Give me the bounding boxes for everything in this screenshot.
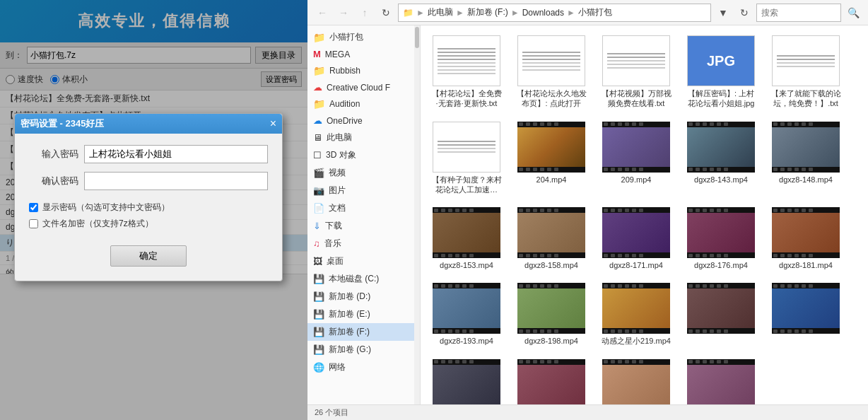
sidebar-item-audition[interactable]: 📁 Audition [307, 95, 420, 112]
sidebar-item-downloads[interactable]: ⇓ 下载 [307, 217, 420, 235]
film-strip [687, 167, 755, 173]
file-item[interactable]: JPG 【解压密码】: 上村花论坛看小姐姐.jpg [682, 33, 760, 112]
file-item[interactable] [428, 356, 505, 404]
file-thumbnail [687, 207, 755, 258]
sidebar-scrollbar[interactable] [414, 25, 420, 404]
sidebar-item-3d[interactable]: ☐ 3D 对象 [307, 146, 420, 164]
sidebar-item-onedrive[interactable]: ☁ OneDrive [307, 112, 420, 129]
sidebar-item-d-drive[interactable]: 💾 新加卷 (D:) [307, 288, 420, 305]
item-count: 26 个项目 [315, 407, 348, 418]
drive-icon: 💾 [313, 309, 324, 320]
sidebar-item-images[interactable]: 📷 图片 [307, 182, 420, 199]
film-strip [687, 122, 755, 127]
sidebar-item-this-pc[interactable]: 🖥 此电脑 [307, 129, 420, 146]
refresh-button[interactable]: ↻ [377, 4, 395, 22]
sidebar-item-mega[interactable]: M MEGA [307, 46, 420, 62]
file-item[interactable]: 【村花论坛永久地发布页】: 点此打开 [512, 33, 590, 112]
search-button[interactable]: 🔍 [844, 4, 862, 22]
file-item[interactable]: dgxz8-158.mp4 [512, 204, 590, 273]
confirm-input[interactable] [84, 172, 268, 190]
sidebar-item-label: 3D 对象 [326, 149, 356, 161]
sidebar-item-video[interactable]: 🎬 视频 [307, 164, 420, 182]
sidebar-item-label: 新加卷 (G:) [329, 344, 371, 356]
sidebar-item-label: 本地磁盘 (C:) [329, 273, 379, 285]
address-part-drive: 新加卷 (F:) [467, 6, 508, 18]
sidebar-item-c-drive[interactable]: 💾 本地磁盘 (C:) [307, 270, 420, 288]
sidebar-item-label: 桌面 [327, 255, 344, 267]
modal-footer: 确定 [29, 240, 268, 269]
file-item[interactable] [512, 356, 590, 404]
file-thumbnail [517, 207, 585, 258]
address-bar[interactable]: 📁 ► 此电脑 ► 新加卷 (F:) ► Downloads ► 小猫打包 [398, 4, 711, 22]
sidebar-item-docs[interactable]: 📄 文档 [307, 199, 420, 217]
film-strip [433, 283, 500, 288]
file-item[interactable]: dgxz8-148.mp4 [767, 119, 845, 198]
file-item[interactable]: 【有种子知度？来村花论坛人工加速… [428, 119, 505, 198]
file-item[interactable] [597, 356, 675, 404]
video-content [687, 288, 755, 328]
sidebar-item-creative-cloud[interactable]: ☁ Creative Cloud F [307, 79, 420, 95]
film-strip [772, 167, 840, 173]
sidebar-item-f-drive[interactable]: 💾 新加卷 (F:) [307, 323, 420, 341]
file-item[interactable]: 204.mp4 [512, 119, 590, 198]
modal-ok-button[interactable]: 确定 [110, 245, 187, 267]
file-name: 204.mp4 [536, 175, 567, 185]
file-item[interactable]: dgxz8-153.mp4 [428, 204, 505, 273]
sidebar-item-label: Audition [329, 99, 360, 109]
sidebar-item-rubbish[interactable]: 📁 Rubbish [307, 62, 420, 79]
search-input[interactable] [756, 4, 841, 22]
encrypt-filename-checkbox[interactable] [29, 219, 38, 228]
film-strip [772, 122, 840, 127]
left-panel: 高效专业，值得信赖 到： 更换目录 速度快 体积小 设置密码 【村花论坛】全免费… [0, 0, 307, 420]
sidebar-item-music[interactable]: ♫ 音乐 [307, 235, 420, 252]
file-thumbnail [517, 283, 585, 334]
file-item[interactable]: 209.mp4 [597, 119, 675, 198]
password-field: 输入密码 [29, 145, 268, 163]
file-item[interactable] [682, 280, 760, 349]
sidebar-item-desktop[interactable]: 🖼 桌面 [307, 252, 420, 270]
file-item[interactable]: 动感之星小219.mp4 [597, 280, 675, 349]
password-input[interactable] [84, 145, 268, 163]
forward-button[interactable]: → [334, 4, 353, 22]
file-item[interactable]: dgxz8-181.mp4 [767, 204, 845, 273]
file-item[interactable]: dgxz8-193.mp4 [428, 280, 505, 349]
file-item[interactable]: 【村花论坛】全免费·无套路·更新快.txt [428, 33, 505, 112]
file-item[interactable]: dgxz8-198.mp4 [512, 280, 590, 349]
back-button[interactable]: ← [313, 4, 332, 22]
up-button[interactable]: ↑ [356, 4, 374, 22]
sidebar-item-label: OneDrive [327, 116, 363, 126]
film-strip [687, 252, 755, 258]
file-thumbnail [517, 35, 585, 86]
scrollbar-thumb[interactable] [415, 27, 419, 48]
file-item[interactable]: dgxz8-171.mp4 [597, 204, 675, 273]
file-item[interactable]: dgxz8-176.mp4 [682, 204, 760, 273]
modal-overlay: 密码设置 - 2345好压 × 输入密码 确认密码 显示密码（勾选可支持中文密码… [0, 0, 307, 420]
confirm-field: 确认密码 [29, 172, 268, 190]
sidebar-item-label: 下载 [325, 220, 342, 232]
address-part-pc: 此电脑 [428, 6, 453, 18]
show-password-checkbox[interactable] [29, 203, 38, 212]
file-item[interactable] [767, 280, 845, 349]
modal-close-button[interactable]: × [270, 118, 276, 129]
drive-icon: 💾 [313, 291, 324, 302]
file-name: dgxz8-198.mp4 [524, 336, 578, 346]
sidebar-item-e-drive[interactable]: 💾 新加卷 (E:) [307, 305, 420, 323]
video-content [772, 213, 840, 252]
video-content [433, 288, 500, 328]
refresh-address-button[interactable]: ↻ [735, 4, 753, 22]
film-strip [602, 252, 670, 258]
video-content [517, 213, 585, 252]
address-dropdown-button[interactable]: ▼ [714, 4, 732, 22]
sidebar-item-xiaomao[interactable]: 📁 小猫打包 [307, 28, 420, 46]
sidebar-item-network[interactable]: 🌐 网络 [307, 358, 420, 376]
sidebar-item-g-drive[interactable]: 💾 新加卷 (G:) [307, 341, 420, 358]
file-item[interactable]: 【村花视频】万部视频免费在线看.txt [597, 33, 675, 112]
file-item[interactable]: dgxz8-143.mp4 [682, 119, 760, 198]
file-item[interactable]: 【来了就能下载的论坛，纯免费！】.txt [767, 33, 845, 112]
file-name: 【来了就能下载的论坛，纯免费！】.txt [770, 88, 842, 109]
video-content [602, 127, 670, 167]
modal-body: 输入密码 确认密码 显示密码（勾选可支持中文密码） 文件名加密（仅支持7z格式） [15, 134, 282, 281]
sidebar-item-label: 此电脑 [327, 132, 352, 144]
video-content [772, 127, 840, 167]
file-item[interactable] [682, 356, 760, 404]
